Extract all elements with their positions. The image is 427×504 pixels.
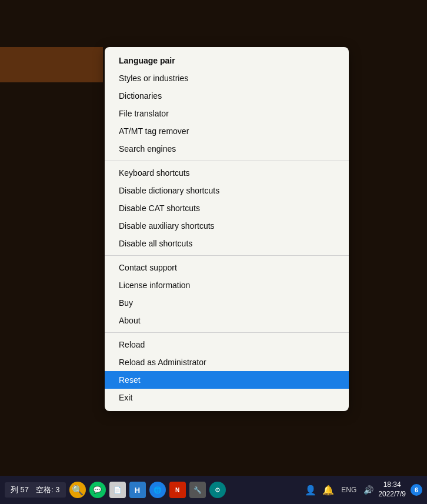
menu-item-styles-industries[interactable]: Styles or industries [105, 69, 349, 87]
bell-icon[interactable]: 🔔 [322, 485, 334, 496]
menu-item-exit[interactable]: Exit [105, 389, 349, 406]
menu-item-reload[interactable]: Reload [105, 336, 349, 353]
menu-item-reload-as-administrator[interactable]: Reload as Administrator [105, 353, 349, 371]
taskbar-left: 列 57 空格: 3 🔍 💬 📄 H 🌐 N 🔧 ⚙ [5, 482, 302, 498]
teal-app-icon[interactable]: ⚙ [209, 482, 226, 498]
menu-item-buy[interactable]: Buy [105, 294, 349, 312]
menu-item-dictionaries[interactable]: Dictionaries [105, 87, 349, 105]
wechat-icon[interactable]: 💬 [89, 482, 106, 498]
notification-badge[interactable]: 6 [411, 484, 422, 496]
menu-item-disable-auxiliary-shortcuts[interactable]: Disable auxiliary shortcuts [105, 217, 349, 235]
speaker-icon[interactable]: 🔊 [363, 485, 373, 495]
document-icon[interactable]: 📄 [109, 482, 126, 498]
menu-divider [105, 332, 349, 333]
menu-item-file-translator[interactable]: File translator [105, 105, 349, 122]
context-menu: Language pairStyles or industriesDiction… [105, 47, 349, 411]
search-icon[interactable]: 🔍 [69, 482, 86, 498]
menu-item-disable-dictionary-shortcuts[interactable]: Disable dictionary shortcuts [105, 182, 349, 199]
taskbar-time: 18:34 2022/7/9 [378, 480, 406, 499]
menu-item-contact-support[interactable]: Contact support [105, 259, 349, 276]
red-app-icon[interactable]: N [169, 482, 186, 498]
sys-tray-icons: 👤 🔔 [305, 485, 334, 496]
menu-item-keyboard-shortcuts[interactable]: Keyboard shortcuts [105, 164, 349, 182]
status-col: 列 57 [11, 485, 29, 495]
menu-item-disable-all-shortcuts[interactable]: Disable all shortcuts [105, 235, 349, 252]
gray-app-icon[interactable]: 🔧 [189, 482, 206, 498]
time-display: 18:34 [378, 480, 406, 490]
menu-item-language-pair[interactable]: Language pair [105, 52, 349, 69]
menu-item-disable-cat-shortcuts[interactable]: Disable CAT shortcuts [105, 199, 349, 217]
menu-item-license-information[interactable]: License information [105, 276, 349, 294]
menu-divider [105, 161, 349, 161]
menu-item-about[interactable]: About [105, 312, 349, 329]
menu-item-atmt-tag-remover[interactable]: AT/MT tag remover [105, 122, 349, 140]
person-icon[interactable]: 👤 [305, 485, 316, 496]
language-label: ENG [339, 486, 359, 494]
status-space: 空格: 3 [36, 485, 59, 495]
menu-divider [105, 255, 349, 256]
taskbar-right: 👤 🔔 ENG 🔊 18:34 2022/7/9 6 [305, 480, 422, 499]
h-app-icon[interactable]: H [129, 482, 146, 498]
date-display: 2022/7/9 [378, 490, 406, 499]
blue-app-icon[interactable]: 🌐 [149, 482, 166, 498]
menu-item-search-engines[interactable]: Search engines [105, 140, 349, 158]
sidebar-top [0, 47, 103, 82]
taskbar: 列 57 空格: 3 🔍 💬 📄 H 🌐 N 🔧 ⚙ 👤 🔔 ENG 🔊 18:… [0, 476, 427, 504]
taskbar-status: 列 57 空格: 3 [5, 482, 66, 498]
menu-item-reset[interactable]: Reset [105, 371, 349, 389]
